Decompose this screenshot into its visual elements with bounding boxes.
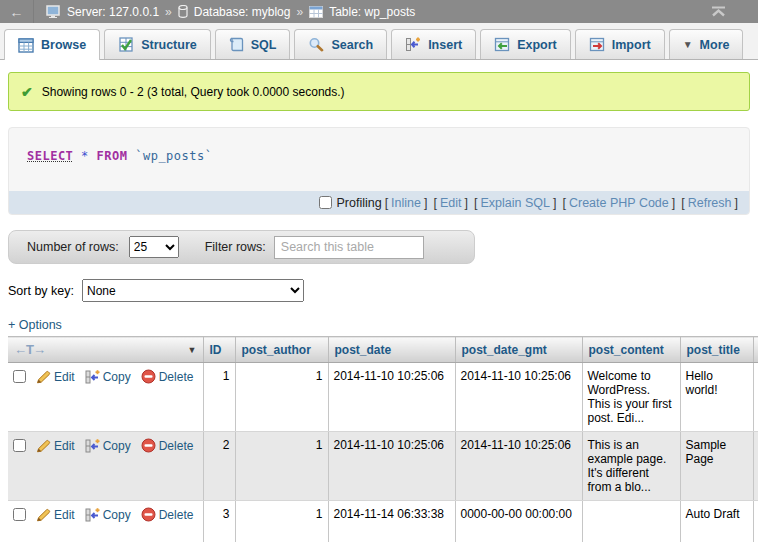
tab-sql[interactable]: SQL <box>215 29 291 59</box>
copy-link[interactable]: Copy <box>103 370 131 384</box>
database-icon <box>178 5 188 18</box>
create-php-code-link[interactable]: Create PHP Code <box>569 196 669 210</box>
copy-icon <box>85 508 100 522</box>
bracket: [ <box>474 196 477 210</box>
inline-link[interactable]: Inline <box>391 196 421 210</box>
page-size-select[interactable]: 25 <box>129 236 179 258</box>
bracket: [ <box>681 196 684 210</box>
cell-post-content: This is an example page. It's different … <box>582 432 680 501</box>
delete-link[interactable]: Delete <box>159 439 194 453</box>
sort-options-icon[interactable]: ▼ <box>188 345 197 355</box>
header-post-title[interactable]: post_title <box>680 337 753 363</box>
import-icon <box>589 37 605 52</box>
bracket: [ <box>385 196 388 210</box>
row-checkbox[interactable] <box>13 370 26 383</box>
cell-post-date: 2014-11-10 10:25:06 <box>328 432 455 501</box>
header-post-author[interactable]: post_author <box>235 337 328 363</box>
filter-input[interactable] <box>274 236 424 259</box>
bracket: [ <box>433 196 436 210</box>
tab-export[interactable]: Export <box>480 29 571 59</box>
cell-post-author: 1 <box>235 363 328 432</box>
browse-icon <box>18 38 34 53</box>
tab-more[interactable]: ▼ More <box>669 29 744 59</box>
delete-icon <box>141 438 156 453</box>
sql-keyword-select[interactable]: SELECT <box>27 149 73 163</box>
cell-post-content: Welcome to WordPress. This is your first… <box>582 363 680 432</box>
cell-post-title: Auto Draft <box>680 501 753 542</box>
cell-id: 2 <box>203 432 235 501</box>
tab-label: Import <box>612 38 651 52</box>
header-post-date[interactable]: post_date <box>328 337 455 363</box>
row-checkbox[interactable] <box>13 508 26 521</box>
cell-post-date-gmt: 0000-00-00 00:00:00 <box>455 501 582 542</box>
breadcrumb-database[interactable]: Database: myblog <box>194 5 291 19</box>
cell-cutoff <box>753 363 758 432</box>
tab-structure[interactable]: Structure <box>104 29 211 59</box>
tab-search[interactable]: Search <box>294 29 387 59</box>
success-message-text: Showing rows 0 - 2 (3 total, Query took … <box>42 85 345 99</box>
explain-sql-link[interactable]: Explain SQL <box>480 196 549 210</box>
edit-query-link[interactable]: Edit <box>440 196 462 210</box>
breadcrumb-server[interactable]: Server: 127.0.0.1 <box>67 5 159 19</box>
profiling-label: Profiling <box>336 196 381 210</box>
sql-icon <box>229 37 244 52</box>
delete-link[interactable]: Delete <box>159 508 194 522</box>
server-icon <box>46 5 61 18</box>
header-actions[interactable]: ←T→ ▼ <box>8 337 203 363</box>
table-row: EditCopyDelete212014-11-10 10:25:062014-… <box>8 432 758 501</box>
edit-icon <box>36 508 51 522</box>
tab-browse[interactable]: Browse <box>4 29 100 60</box>
cell-cutoff <box>753 501 758 542</box>
header-cutoff <box>753 337 758 363</box>
row-actions-cell: EditCopyDelete <box>8 363 203 432</box>
back-button[interactable]: ← <box>0 0 34 23</box>
table-header-row: ←T→ ▼ ID post_author post_date post_date… <box>8 337 758 363</box>
breadcrumb-table[interactable]: Table: wp_posts <box>329 5 415 19</box>
column-reorder-icon[interactable]: ←T→ <box>14 342 45 357</box>
breadcrumb-separator: » <box>165 5 172 19</box>
cell-id: 1 <box>203 363 235 432</box>
scroll-top-icon[interactable] <box>711 6 726 17</box>
rows-control-bar: Number of rows: 25 Filter rows: <box>8 230 475 264</box>
sort-key-select[interactable]: None <box>82 279 304 302</box>
success-check-icon: ✔ <box>21 84 33 100</box>
delete-link[interactable]: Delete <box>159 370 194 384</box>
profiling-checkbox[interactable] <box>319 196 332 209</box>
edit-link[interactable]: Edit <box>54 439 75 453</box>
cell-post-author: 1 <box>235 501 328 542</box>
delete-icon <box>141 369 156 384</box>
row-actions-cell: EditCopyDelete <box>8 501 203 542</box>
success-message: ✔ Showing rows 0 - 2 (3 total, Query too… <box>8 72 750 111</box>
bracket: ] <box>735 196 738 210</box>
cell-post-date-gmt: 2014-11-10 10:25:06 <box>455 363 582 432</box>
cell-cutoff <box>753 432 758 501</box>
table-row: EditCopyDelete312014-11-14 06:33:380000-… <box>8 501 758 542</box>
row-actions-cell: EditCopyDelete <box>8 432 203 501</box>
bracket: ] <box>424 196 427 210</box>
refresh-link[interactable]: Refresh <box>688 196 732 210</box>
options-toggle-link[interactable]: + Options <box>8 318 62 332</box>
bracket: ] <box>672 196 675 210</box>
filter-label: Filter rows: <box>205 240 266 254</box>
query-tools-bar: Profiling [ Inline ] [ Edit ] [ Explain … <box>9 191 749 214</box>
header-post-content[interactable]: post_content <box>582 337 680 363</box>
edit-link[interactable]: Edit <box>54 370 75 384</box>
sql-query-box: SELECT * FROM `wp_posts` Profiling [ Inl… <box>8 127 750 215</box>
table-icon <box>309 6 323 18</box>
cell-post-title: Sample Page <box>680 432 753 501</box>
header-post-date-gmt[interactable]: post_date_gmt <box>455 337 582 363</box>
edit-link[interactable]: Edit <box>54 508 75 522</box>
copy-link[interactable]: Copy <box>103 439 131 453</box>
tab-insert[interactable]: Insert <box>391 29 476 59</box>
sql-star-glyph: * <box>81 149 89 163</box>
copy-link[interactable]: Copy <box>103 508 131 522</box>
breadcrumb-bar: ← Server: 127.0.0.1 » Database: myblog »… <box>0 0 758 23</box>
export-icon <box>494 37 510 52</box>
cell-post-date-gmt: 2014-11-10 10:25:06 <box>455 432 582 501</box>
sql-query-text: SELECT * FROM `wp_posts` <box>9 128 749 191</box>
header-id[interactable]: ID <box>203 337 235 363</box>
tab-import[interactable]: Import <box>575 29 665 59</box>
rows-label: Number of rows: <box>27 240 119 254</box>
results-table: ←T→ ▼ ID post_author post_date post_date… <box>8 336 758 542</box>
row-checkbox[interactable] <box>13 439 26 452</box>
